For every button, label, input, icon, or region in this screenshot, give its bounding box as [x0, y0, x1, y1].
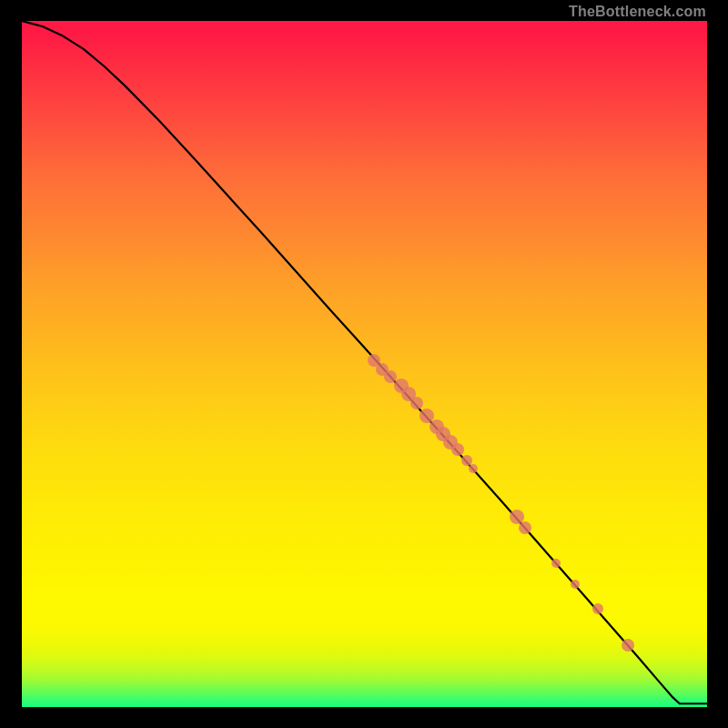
marker-point [622, 639, 634, 652]
plot-area [22, 21, 707, 707]
marker-point [519, 521, 531, 534]
marker-point [571, 580, 580, 589]
marker-point [551, 559, 561, 568]
marker-point [451, 443, 464, 456]
marker-point [410, 397, 423, 410]
curve-svg [22, 21, 707, 707]
watermark-label: TheBottleneck.com [569, 4, 706, 20]
marker-point [469, 464, 478, 473]
marker-point [592, 603, 603, 614]
main-curve [22, 21, 707, 703]
